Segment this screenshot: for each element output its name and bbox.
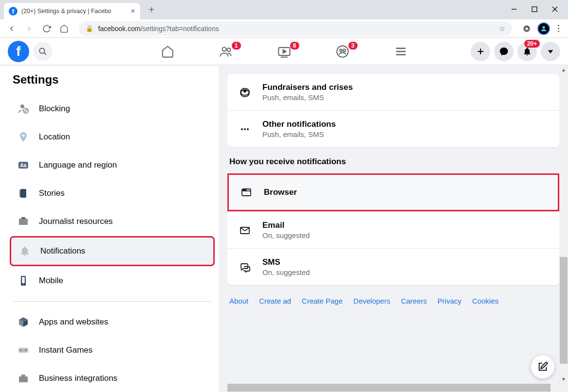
search-button[interactable] xyxy=(33,42,52,61)
sidebar-divider xyxy=(14,301,211,302)
new-tab-button[interactable]: + xyxy=(149,4,155,16)
journalist-icon xyxy=(15,213,32,230)
games-icon xyxy=(15,341,32,359)
messenger-button[interactable] xyxy=(494,42,514,61)
row-title: SMS xyxy=(262,257,310,267)
scroll-thumb[interactable] xyxy=(560,257,568,364)
email-icon xyxy=(236,222,254,239)
browser-icon xyxy=(238,184,255,201)
extension-icon[interactable] xyxy=(520,22,534,35)
sidebar-item-blocking[interactable]: Blocking xyxy=(10,95,215,122)
browser-tab[interactable]: f (20+) Settings & privacy | Facebo × xyxy=(4,3,140,19)
sidebar-item-label: Journalist resources xyxy=(39,217,113,226)
receive-row-email[interactable]: EmailOn, suggested xyxy=(227,211,559,248)
row-subtitle: Push, emails, SMS xyxy=(262,130,336,138)
svg-point-45 xyxy=(247,128,249,130)
footer-link-careers[interactable]: Careers xyxy=(401,297,427,305)
facebook-favicon: f xyxy=(9,7,17,16)
footer-link-cookies[interactable]: Cookies xyxy=(472,297,499,305)
blocking-icon xyxy=(15,100,32,118)
row-subtitle: Push, emails, SMS xyxy=(262,93,353,102)
facebook-right-controls: 20+ xyxy=(471,42,560,61)
location-icon xyxy=(15,128,32,146)
row-subtitle: On, suggested xyxy=(262,268,310,276)
tab-title: (20+) Settings & privacy | Facebo xyxy=(21,8,128,15)
receive-section-title: How you receive notifications xyxy=(229,157,559,167)
sidebar-item-language-and-region[interactable]: AaLanguage and region xyxy=(10,152,215,179)
sidebar-item-journalist-resources[interactable]: Journalist resources xyxy=(10,208,215,235)
sidebar-item-notifications[interactable]: Notifications xyxy=(10,236,215,266)
svg-marker-22 xyxy=(548,50,553,53)
language-icon: Aa xyxy=(15,156,32,174)
row-title: Other notifications xyxy=(262,119,336,129)
notification-type-row[interactable]: Other notificationsPush, emails, SMS xyxy=(227,110,559,147)
sidebar-item-business-integrations[interactable]: Business integrations xyxy=(10,365,215,392)
svg-line-8 xyxy=(44,52,46,55)
sidebar-item-label: Apps and websites xyxy=(39,317,108,327)
facebook-logo[interactable]: f xyxy=(8,41,29,62)
scroll-down-arrow[interactable]: ▼ xyxy=(559,375,568,383)
sidebar-item-stories[interactable]: Stories xyxy=(10,180,215,207)
sidebar-item-instant-games[interactable]: Instant Games xyxy=(10,337,215,364)
sidebar-item-label: Instant Games xyxy=(39,345,93,355)
watch-badge: 8 xyxy=(290,42,299,50)
nav-groups[interactable]: 3 xyxy=(330,45,355,58)
footer-link-developers[interactable]: Developers xyxy=(353,297,390,305)
notifications-button[interactable]: 20+ xyxy=(517,42,537,61)
sidebar-item-label: Notifications xyxy=(40,246,86,256)
close-window-button[interactable] xyxy=(551,6,558,13)
svg-point-10 xyxy=(227,48,230,51)
url-host: facebook.com xyxy=(98,25,140,33)
nav-friends[interactable]: 1 xyxy=(214,45,238,58)
sidebar-item-apps-and-websites[interactable]: Apps and websites xyxy=(10,308,215,336)
bookmark-star-icon[interactable]: ☆ xyxy=(499,25,505,33)
nav-watch[interactable]: 8 xyxy=(272,45,296,58)
svg-text:Aa: Aa xyxy=(20,163,27,168)
create-button[interactable] xyxy=(471,42,490,61)
footer-link-about[interactable]: About xyxy=(229,297,248,305)
nav-home[interactable] xyxy=(155,45,180,58)
back-button[interactable] xyxy=(5,22,18,35)
svg-point-48 xyxy=(243,189,243,190)
forward-button[interactable] xyxy=(22,22,36,35)
reload-button[interactable] xyxy=(40,22,53,35)
receive-row-browser[interactable]: Browser xyxy=(227,173,559,211)
edit-fab[interactable] xyxy=(531,355,554,378)
row-title: Browser xyxy=(264,187,297,197)
sidebar-item-mobile[interactable]: Mobile xyxy=(10,267,215,294)
notification-types-card: Fundraisers and crisesPush, emails, SMSO… xyxy=(227,74,559,147)
account-menu-button[interactable] xyxy=(541,42,560,61)
chrome-profile-avatar[interactable] xyxy=(537,22,550,35)
scroll-up-arrow[interactable]: ▲ xyxy=(559,65,568,74)
address-bar[interactable]: 🔒 facebook.com/settings?tab=notification… xyxy=(79,21,512,36)
notification-type-row[interactable]: Fundraisers and crisesPush, emails, SMS xyxy=(227,74,559,110)
home-button[interactable] xyxy=(57,22,71,35)
business-icon xyxy=(15,370,32,387)
svg-point-6 xyxy=(542,26,545,28)
svg-rect-29 xyxy=(20,189,26,198)
nav-menu[interactable] xyxy=(389,45,413,58)
groups-badge: 3 xyxy=(348,42,358,50)
sms-icon xyxy=(236,258,254,276)
sidebar-item-location[interactable]: Location xyxy=(10,123,215,151)
svg-point-44 xyxy=(244,128,246,130)
svg-point-38 xyxy=(25,350,27,351)
receive-row-sms[interactable]: SMSOn, suggested xyxy=(227,248,559,285)
chrome-menu-button[interactable] xyxy=(558,25,559,32)
hscroll-thumb[interactable] xyxy=(227,384,551,392)
minimize-button[interactable] xyxy=(511,6,517,13)
svg-rect-30 xyxy=(19,190,20,197)
row-title: Email xyxy=(262,221,310,230)
stories-icon xyxy=(15,185,32,202)
svg-rect-34 xyxy=(22,277,25,283)
footer-link-create-page[interactable]: Create Page xyxy=(302,297,343,305)
footer-link-privacy[interactable]: Privacy xyxy=(438,297,462,305)
friends-badge: 1 xyxy=(232,42,241,50)
horizontal-scrollbar[interactable] xyxy=(219,383,559,392)
vertical-scrollbar[interactable]: ▲ ▼ xyxy=(559,65,568,392)
notifications-icon xyxy=(16,242,34,260)
settings-sidebar: Settings BlockingLocationAaLanguage and … xyxy=(0,65,219,392)
close-tab-icon[interactable]: × xyxy=(131,7,135,16)
footer-link-create-ad[interactable]: Create ad xyxy=(259,297,291,305)
maximize-button[interactable] xyxy=(531,6,538,13)
